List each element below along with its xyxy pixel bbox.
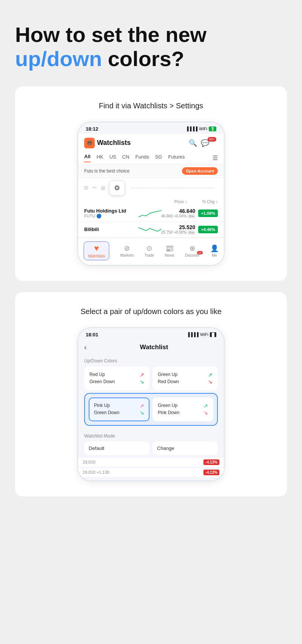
bottom-nav: ♥ Watchlists ⊘ Markets ⊙ Trade 📰 News	[78, 238, 224, 265]
open-account-button[interactable]: Open Account	[182, 167, 218, 175]
watchlist-mode-section: Watchlist Mode Default Change	[78, 430, 224, 456]
promo-text: Futu is the best choice	[84, 168, 129, 174]
trend-icon: 〜	[92, 185, 97, 191]
nav-news[interactable]: 📰 News	[165, 244, 174, 257]
tab-futures[interactable]: Futures	[168, 154, 185, 162]
mode-option-default[interactable]: Default	[84, 442, 149, 455]
heart-icon: ♥	[94, 243, 99, 253]
phone-mockup-1: 18:12 ▐▐▐▐ WiFi 🔋 🐻 Watchlists 🔍 �	[77, 122, 225, 266]
menu-icon[interactable]: ☰	[213, 154, 218, 162]
header-icons: 🔍 💬99+	[189, 139, 218, 147]
stock-row-2: Bilibili 25.520 25.750 +0.90% Pre +4.46%	[78, 222, 224, 238]
tab-funds[interactable]: Funds	[136, 154, 149, 162]
mini-badge-2: -4.13%	[203, 470, 219, 475]
mode-change-label: Change	[157, 445, 174, 451]
copy-icon: ⧉	[84, 185, 88, 191]
status-icons-1: ▐▐▐▐ WiFi 🔋	[186, 126, 216, 131]
tab-sg[interactable]: SG	[155, 154, 162, 162]
mode-options-grid: Default Change	[84, 442, 218, 455]
pink-up-label: Pink Up	[94, 402, 119, 409]
stock-price-sub-bili: 25.750 +0.90% Pre	[161, 230, 195, 234]
wifi-icon: WiFi	[199, 126, 207, 131]
tab-us[interactable]: US	[109, 154, 116, 162]
color-option-green-up-pink-down[interactable]: Green Up Pink Down ↗ ↘	[153, 397, 213, 421]
pink-down-label: Pink Down	[158, 409, 179, 416]
tab-hk[interactable]: HK	[97, 154, 103, 162]
card1-subtitle: Find it via Watchlists > Settings	[26, 102, 276, 110]
tab-cn[interactable]: CN	[122, 154, 129, 162]
green-up-2-label: Green Up	[158, 402, 179, 409]
status-bar-1: 18:12 ▐▐▐▐ WiFi 🔋	[78, 122, 224, 134]
nav-watchlists-label: Watchlists	[88, 254, 105, 258]
stock-name-bili: Bilibili	[84, 226, 139, 232]
page-container: How to set the new up/down colors? Find …	[0, 0, 302, 523]
grid-icon: ⊞	[101, 185, 105, 191]
nav-me[interactable]: 👤 Me	[210, 244, 219, 257]
red-up-label: Red Up	[89, 371, 115, 378]
stock-badge-bili: +4.46%	[198, 226, 218, 233]
nav-discover[interactable]: ⊛ Discover 16	[185, 244, 200, 257]
pink-up-arrows: ↗ ↘	[140, 403, 144, 416]
pink-up-arrow: ↗	[140, 403, 144, 409]
green-down-arrow: ↘	[140, 379, 144, 385]
mini-stock-value-2: 19,010 +1.130	[83, 470, 203, 475]
status-time-2: 18:01	[86, 332, 98, 337]
stock-row-1: Futu Holdings Ltd FUTU 🔵 46.640 46.660 +…	[78, 205, 224, 222]
color-option-red-up-labels: Red Up Green Down	[89, 371, 115, 385]
hero-title-line2: colors?	[108, 47, 184, 71]
signal-icon: ▐▐▐▐	[186, 126, 197, 131]
nav-markets[interactable]: ⊘ Markets	[120, 244, 134, 257]
mini-stock-row-1: 19,010 -4.13%	[78, 458, 224, 467]
color-option-green-up-labels: Green Up Red Down	[158, 371, 179, 385]
stock-info-bili: Bilibili	[84, 226, 139, 232]
color-options-row2: Pink Up Green Down ↗ ↘ Green	[89, 397, 213, 421]
hero-title-highlight: up/down	[15, 47, 102, 71]
settings-row: ⧉ 〜 ⊞ ⚙	[78, 178, 224, 198]
gear-icon: ⚙	[114, 184, 120, 192]
green-down-2-label: Green Down	[94, 409, 119, 416]
stock-price-area-bili: 25.520 25.750 +0.90% Pre	[161, 224, 195, 234]
nav-discover-label: Discover 16	[185, 253, 200, 257]
mode-option-change[interactable]: Change	[153, 442, 218, 455]
card2-subtitle: Select a pair of up/down colors as you l…	[26, 307, 276, 316]
stock-price-area-futu: 46.640 46.660 +0.04% Pre	[161, 208, 195, 218]
search-icon[interactable]: 🔍	[189, 139, 197, 147]
red-down-label: Red Down	[158, 378, 179, 385]
divider	[132, 188, 215, 188]
stock-price-futu: 46.640	[161, 208, 195, 214]
watchlist-page-title: Watchlist	[90, 344, 218, 351]
nav-news-label: News	[165, 253, 174, 257]
selected-pair-overlay: Pink Up Green Down ↗ ↘ Green	[84, 393, 218, 425]
status-time-1: 18:12	[86, 126, 98, 132]
color-option-pink-up-labels: Pink Up Green Down	[94, 402, 119, 416]
phone-content-1: 🐻 Watchlists 🔍 💬99+ All HK US CN Funds S	[78, 134, 224, 265]
tab-all[interactable]: All	[84, 154, 91, 162]
card-color-selector: Select a pair of up/down colors as you l…	[15, 292, 287, 496]
color-option-pink-up[interactable]: Pink Up Green Down ↗ ↘	[89, 397, 149, 421]
green-up-2-arrow: ↗	[203, 403, 208, 409]
mode-default-label: Default	[89, 445, 104, 451]
nav-trade[interactable]: ⊙ Trade	[144, 244, 154, 257]
col-chg: % Chg ↕	[202, 199, 218, 204]
stock-price-bili: 25.520	[161, 224, 195, 230]
nav-trade-label: Trade	[144, 253, 154, 257]
red-up-arrow: ↗	[140, 372, 144, 378]
stock-name-futu: Futu Holdings Ltd	[84, 208, 139, 214]
back-button[interactable]: ‹	[84, 344, 86, 351]
wifi-icon-2: WiFi	[200, 332, 208, 337]
color-option-green-up[interactable]: Green Up Red Down ↗ ↘	[153, 367, 218, 390]
watchlist-header: 🐻 Watchlists 🔍 💬99+	[78, 134, 224, 152]
color-section-title: Up/Down Colors	[84, 358, 218, 364]
green-up-label: Green Up	[158, 371, 179, 378]
signal-icon-2: ▐▐▐▐	[187, 332, 199, 337]
settings-gear-bubble[interactable]: ⚙	[109, 180, 125, 196]
color-option-red-up[interactable]: Red Up Green Down ↗ ↘	[84, 367, 149, 390]
mode-section-title: Watchlist Mode	[84, 433, 218, 439]
notification-icon[interactable]: 💬99+	[201, 139, 218, 147]
nav-watchlists[interactable]: ♥ Watchlists	[83, 241, 109, 260]
app-logo-icon: 🐻	[84, 138, 95, 148]
promo-banner: Futu is the best choice Open Account	[78, 164, 224, 178]
phone2-content: ‹ Watchlist Up/Down Colors Red Up Green …	[78, 340, 224, 481]
chart-futu	[139, 208, 161, 219]
card-find-settings: Find it via Watchlists > Settings 18:12 …	[15, 86, 287, 281]
